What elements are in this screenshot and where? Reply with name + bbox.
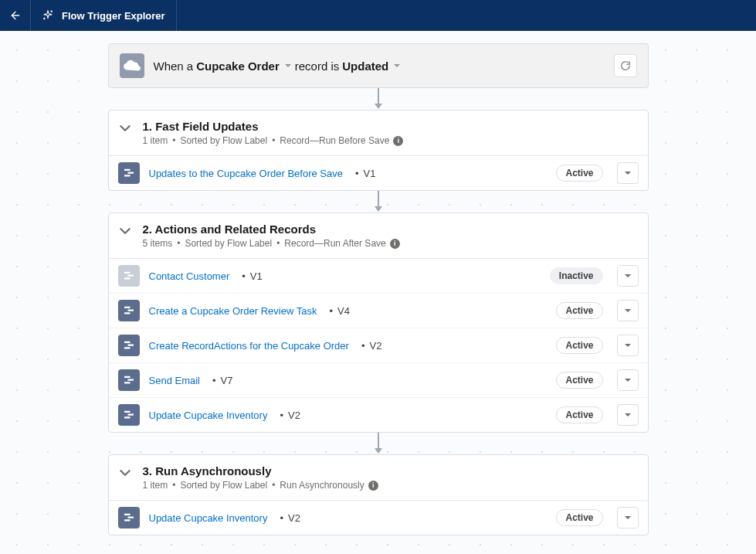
flow-type-icon: [118, 162, 140, 184]
flow-version: V2: [358, 340, 381, 352]
main-content: When a Cupcake Order record is Updated 1…: [0, 31, 756, 535]
page-title: Flow Trigger Explorer: [62, 10, 165, 22]
status-badge: Active: [556, 372, 602, 389]
info-icon[interactable]: i: [390, 239, 400, 249]
section-sort: Sorted by Flow Label: [180, 480, 267, 491]
flow-link[interactable]: Send Email: [149, 375, 200, 386]
section-count: 1 item: [143, 480, 168, 491]
arrow-down-icon: [374, 88, 383, 110]
flow-row: Create a Cupcake Order Review TaskV4Acti…: [109, 293, 648, 328]
chevron-down-icon: [120, 467, 131, 478]
caret-down-icon: [284, 62, 292, 70]
section-sort: Sorted by Flow Label: [180, 135, 267, 146]
section-count: 5 items: [143, 238, 173, 249]
caret-down-icon: [624, 272, 632, 280]
sparkle-icon: [42, 9, 54, 22]
caret-down-icon: [624, 376, 632, 384]
collapse-toggle[interactable]: [120, 467, 131, 481]
flow-link[interactable]: Update Cupcake Inventory: [149, 410, 268, 421]
status-badge: Active: [556, 302, 602, 319]
row-actions-dropdown[interactable]: [617, 369, 639, 391]
flow-link[interactable]: Contact Customer: [149, 270, 230, 282]
flow-row: Update Cupcake InventoryV2Active: [109, 501, 648, 535]
info-icon[interactable]: i: [368, 481, 378, 491]
svg-point-2: [44, 18, 45, 19]
section-title: 2. Actions and Related Records: [143, 223, 636, 236]
flow-row: Create RecordActions for the Cupcake Ord…: [109, 328, 648, 362]
status-badge: Inactive: [550, 267, 603, 284]
caret-down-icon: [624, 342, 632, 349]
row-actions-dropdown[interactable]: [617, 507, 639, 529]
caret-down-icon: [624, 169, 632, 177]
flow-version: V7: [209, 375, 232, 386]
flow-icon: [122, 511, 136, 525]
trigger-sentence: When a Cupcake Order record is Updated: [154, 59, 605, 73]
flow-icon: [122, 408, 136, 422]
arrow-left-icon: [9, 9, 22, 22]
section-title: 1. Fast Field Updates: [143, 120, 636, 133]
section-card: 2. Actions and Related Records5 itemsSor…: [108, 212, 649, 433]
flow-type-icon: [118, 335, 140, 356]
flow-arrow: [108, 191, 649, 212]
section-header: 2. Actions and Related Records5 itemsSor…: [109, 213, 648, 259]
trigger-prefix: When a: [154, 59, 194, 73]
action-dropdown[interactable]: [393, 62, 401, 70]
flow-link[interactable]: Create RecordActions for the Cupcake Ord…: [149, 340, 349, 352]
flow-type-icon: [118, 265, 140, 287]
flow-row: Contact CustomerV1Inactive: [109, 259, 648, 293]
section-body: Update Cupcake InventoryV2Active: [109, 501, 648, 535]
row-actions-dropdown[interactable]: [617, 162, 639, 184]
object-dropdown[interactable]: [284, 62, 292, 70]
caret-down-icon: [393, 62, 401, 70]
chevron-down-icon: [120, 123, 131, 134]
back-button[interactable]: [0, 0, 31, 31]
flow-icon: [122, 269, 136, 283]
row-actions-dropdown[interactable]: [617, 335, 639, 356]
row-actions-dropdown[interactable]: [617, 300, 639, 321]
collapse-toggle[interactable]: [120, 123, 131, 136]
status-badge: Active: [556, 337, 602, 354]
section-context: Record—Run After Save: [284, 238, 385, 249]
info-icon[interactable]: i: [393, 136, 403, 146]
flow-type-icon: [118, 369, 140, 391]
row-actions-dropdown[interactable]: [617, 404, 639, 426]
collapse-toggle[interactable]: [120, 226, 131, 239]
section-context: Run Asynchronously: [280, 480, 364, 491]
flow-type-icon: [118, 404, 140, 426]
flow-icon: [122, 304, 136, 318]
flow-version: V1: [239, 270, 262, 282]
section-title: 3. Run Asynchronously: [143, 464, 636, 478]
flow-link[interactable]: Updates to the Cupcake Order Before Save: [149, 168, 343, 179]
trigger-card: When a Cupcake Order record is Updated: [108, 43, 649, 88]
flow-arrow: [108, 433, 649, 454]
section-header: 1. Fast Field Updates1 itemSorted by Flo…: [109, 110, 648, 156]
status-badge: Active: [556, 509, 602, 526]
section-subtitle: 1 itemSorted by Flow LabelRecord—Run Bef…: [143, 135, 636, 146]
flow-arrow: [108, 88, 649, 110]
flow-type-icon: [118, 507, 140, 529]
flow-icon: [122, 373, 136, 387]
flow-row: Update Cupcake InventoryV2Active: [109, 397, 648, 432]
section-subtitle: 5 itemsSorted by Flow LabelRecord—Run Af…: [143, 238, 636, 249]
svg-point-1: [51, 11, 52, 12]
section-card: 3. Run Asynchronously1 itemSorted by Flo…: [108, 454, 649, 535]
section-sort: Sorted by Flow Label: [185, 238, 272, 249]
flow-row: Updates to the Cupcake Order Before Save…: [109, 156, 648, 190]
row-actions-dropdown[interactable]: [617, 265, 639, 287]
section-count: 1 item: [143, 135, 168, 146]
refresh-icon: [620, 60, 631, 71]
flow-version: V1: [352, 168, 375, 179]
header-title-block: Flow Trigger Explorer: [31, 0, 177, 31]
caret-down-icon: [624, 411, 632, 419]
chevron-down-icon: [120, 226, 131, 236]
flow-link[interactable]: Create a Cupcake Order Review Task: [149, 305, 317, 317]
flow-link[interactable]: Update Cupcake Inventory: [149, 512, 268, 524]
flow-icon: [122, 338, 136, 352]
flow-version: V2: [276, 512, 300, 524]
status-badge: Active: [556, 406, 602, 423]
app-header: Flow Trigger Explorer: [0, 0, 756, 31]
section-context: Record—Run Before Save: [280, 135, 389, 146]
refresh-button[interactable]: [614, 54, 637, 77]
arrow-down-icon: [374, 191, 383, 212]
flow-version: V2: [276, 410, 300, 421]
